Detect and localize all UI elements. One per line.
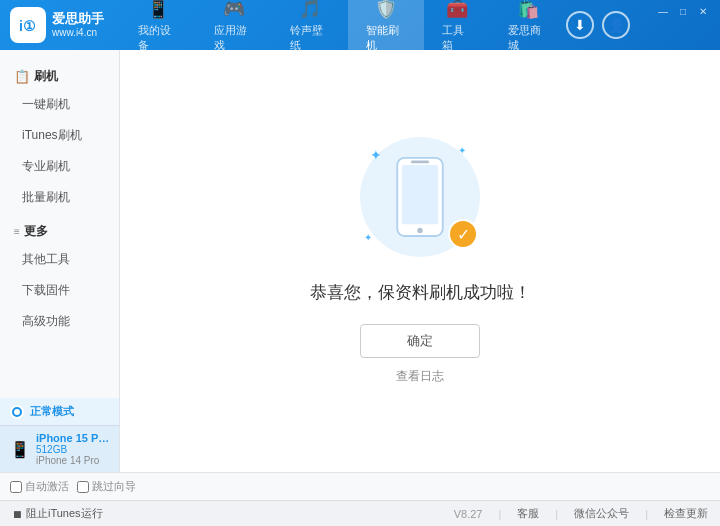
header-right: ⬇ 👤: [566, 11, 630, 39]
sidebar-item-one-click[interactable]: 一键刷机: [0, 89, 119, 120]
section-more-title: ≡ 更多: [0, 213, 119, 244]
device-text: iPhone 15 Pro... 512GB iPhone 14 Pro: [36, 432, 111, 466]
ringtone-icon: 🎵: [299, 0, 321, 20]
minimize-button[interactable]: —: [656, 4, 670, 18]
sidebar-item-advanced[interactable]: 高级功能: [0, 306, 119, 337]
my-device-icon: 📱: [147, 0, 169, 20]
maximize-button[interactable]: □: [676, 4, 690, 18]
mode-dot: [10, 405, 24, 419]
phone-svg: [390, 156, 450, 238]
close-button[interactable]: ✕: [696, 4, 710, 18]
mode-indicator: 正常模式: [0, 398, 119, 426]
sidebar-item-other-tools[interactable]: 其他工具: [0, 244, 119, 275]
stop-itunes-button[interactable]: ⏹ 阻止iTunes运行: [12, 506, 103, 521]
device-info-card[interactable]: 📱 iPhone 15 Pro... 512GB iPhone 14 Pro: [0, 426, 119, 472]
device-storage: 512GB: [36, 444, 111, 455]
sparkle-bottom-left: ✦: [364, 232, 372, 243]
sidebar-item-pro[interactable]: 专业刷机: [0, 151, 119, 182]
device-status-area: 正常模式 📱 iPhone 15 Pro... 512GB iPhone 14 …: [0, 398, 119, 472]
sidebar: 📋 刷机 一键刷机 iTunes刷机 专业刷机 批量刷机 ≡ 更多 其他工具 下…: [0, 50, 120, 472]
app-window: i① 爱思助手 www.i4.cn — □ ✕ 📱 我的设备 🎮 应用游戏: [0, 0, 720, 526]
sidebar-item-itunes[interactable]: iTunes刷机: [0, 120, 119, 151]
toolbox-icon: 🧰: [446, 0, 468, 20]
confirm-button[interactable]: 确定: [360, 324, 480, 358]
skip-guide-input[interactable]: [77, 481, 89, 493]
success-title: 恭喜您，保资料刷机成功啦！: [310, 281, 531, 304]
flash-section-icon: 📋: [14, 69, 30, 84]
stop-icon: ⏹: [12, 508, 23, 520]
device-model: iPhone 14 Pro: [36, 455, 111, 466]
mode-label: 正常模式: [30, 404, 74, 419]
skip-guide-checkbox[interactable]: 跳过向导: [77, 479, 136, 494]
bottom-bar: ⏹ 阻止iTunes运行 V8.27 | 客服 | 微信公众号 | 检查更新: [0, 500, 720, 526]
logo-area: i① 爱思助手 www.i4.cn: [10, 7, 120, 43]
mid-section: 📋 刷机 一键刷机 iTunes刷机 专业刷机 批量刷机 ≡ 更多 其他工具 下…: [0, 50, 720, 472]
shop-icon: 🛍️: [517, 0, 539, 20]
smart-flash-icon: 🛡️: [375, 0, 397, 20]
sidebar-item-download-fw[interactable]: 下载固件: [0, 275, 119, 306]
support-link[interactable]: 客服: [517, 506, 539, 521]
view-log-link[interactable]: 查看日志: [396, 368, 444, 385]
check-badge: ✓: [448, 219, 478, 249]
content-area: ✦ ✦ ✦ ✓ 恭喜您，保资料刷机成功啦！ 确定 查看日志: [120, 50, 720, 472]
user-button[interactable]: 👤: [602, 11, 630, 39]
sparkle-top-left: ✦: [370, 147, 382, 163]
logo-icon: i①: [10, 7, 46, 43]
logo-sub-text: www.i4.cn: [52, 27, 104, 39]
download-button[interactable]: ⬇: [566, 11, 594, 39]
check-update-link[interactable]: 检查更新: [664, 506, 708, 521]
wechat-link[interactable]: 微信公众号: [574, 506, 629, 521]
bottom-right: V8.27 | 客服 | 微信公众号 | 检查更新: [454, 506, 708, 521]
device-phone-icon: 📱: [10, 440, 30, 459]
logo-text: 爱思助手 www.i4.cn: [52, 11, 104, 39]
auto-activate-input[interactable]: [10, 481, 22, 493]
svg-rect-5: [411, 161, 429, 164]
app-games-icon: 🎮: [223, 0, 245, 20]
svg-rect-3: [402, 165, 438, 224]
footer-bar: 自动激活 跳过向导: [0, 472, 720, 500]
logo-main-text: 爱思助手: [52, 11, 104, 27]
success-illustration: ✦ ✦ ✦ ✓: [360, 137, 480, 257]
section-flash-title: 📋 刷机: [0, 60, 119, 89]
svg-text:i①: i①: [19, 18, 36, 34]
svg-point-4: [417, 228, 422, 233]
version-label: V8.27: [454, 508, 483, 520]
device-name: iPhone 15 Pro...: [36, 432, 111, 444]
title-bar: i① 爱思助手 www.i4.cn — □ ✕ 📱 我的设备 🎮 应用游戏: [0, 0, 720, 50]
sparkle-top-right: ✦: [458, 145, 466, 156]
sidebar-item-batch[interactable]: 批量刷机: [0, 182, 119, 213]
more-icon: ≡: [14, 226, 20, 237]
auto-activate-checkbox[interactable]: 自动激活: [10, 479, 69, 494]
